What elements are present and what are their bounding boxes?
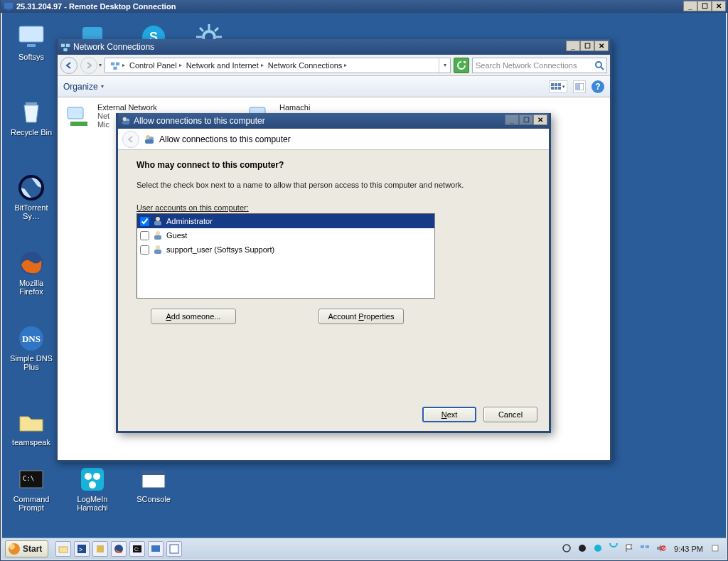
svg-point-13 xyxy=(93,473,100,480)
svg-rect-34 xyxy=(113,66,117,69)
svg-point-14 xyxy=(89,481,96,488)
refresh-button[interactable] xyxy=(454,58,469,73)
tray-end-icon[interactable] xyxy=(710,543,722,555)
user-row-administrator[interactable]: Administrator xyxy=(137,214,434,228)
crumb-network-connections[interactable]: Network Connections▸ xyxy=(266,61,350,70)
svg-rect-46 xyxy=(70,122,87,126)
allow-connections-wizard[interactable]: Allow connections to this computer _ ☐ ✕… xyxy=(116,113,551,433)
wiz-banner: Allow connections to this computer xyxy=(118,129,549,150)
start-orb-icon xyxy=(9,543,20,555)
desktop-icon-bittorrent-sync[interactable]: BitTorrent Sy… xyxy=(6,173,56,220)
wiz-titlebar[interactable]: Allow connections to this computer _ ☐ ✕ xyxy=(118,113,549,129)
tray-icon-1[interactable] xyxy=(562,543,573,555)
desktop-icon-sconsole[interactable]: SConsole xyxy=(129,465,178,503)
user-checkbox-support-user[interactable] xyxy=(140,245,149,255)
svg-rect-2 xyxy=(19,26,43,42)
svg-point-59 xyxy=(156,245,160,250)
svg-rect-42 xyxy=(558,87,561,90)
svg-rect-68 xyxy=(151,545,160,552)
crumb-icon[interactable]: ▸ xyxy=(108,60,127,70)
nav-history-dropdown[interactable]: ▾ xyxy=(99,62,102,68)
tray-icon-2[interactable] xyxy=(577,543,589,555)
nc-close-button[interactable]: ✕ xyxy=(594,41,609,51)
user-checkbox-guest[interactable] xyxy=(140,231,149,240)
tray-network-icon[interactable] xyxy=(640,543,651,555)
svg-point-71 xyxy=(579,545,586,552)
rdp-maximize-button[interactable]: ☐ xyxy=(697,1,712,11)
nc-navbar: ▾ ▸ Control Panel▸ Network and Internet▸… xyxy=(58,55,610,76)
tray-hamachi-icon[interactable] xyxy=(593,543,604,555)
rdp-close-button[interactable]: ✕ xyxy=(712,1,726,11)
desktop-icon-teamspeak[interactable]: teamspeak xyxy=(6,408,56,447)
taskbar-wizard-icon[interactable] xyxy=(166,541,182,557)
address-bar[interactable]: ▸ Control Panel▸ Network and Internet▸ N… xyxy=(105,58,451,73)
svg-rect-37 xyxy=(551,83,554,86)
taskbar-clock[interactable]: 9:43 PM xyxy=(674,545,703,553)
nc-maximize-button[interactable]: ☐ xyxy=(580,41,594,51)
recycle-bin-icon xyxy=(17,98,46,127)
next-button[interactable]: Next xyxy=(422,407,476,422)
user-row-guest[interactable]: Guest xyxy=(137,228,434,242)
user-accounts-list[interactable]: Administrator Guest support_user (Softsy… xyxy=(136,213,435,299)
crumb-control-panel[interactable]: Control Panel▸ xyxy=(127,61,184,70)
preview-pane-button[interactable] xyxy=(573,80,586,93)
taskbar-pinned: > C: xyxy=(55,541,182,557)
taskbar-rdp-icon[interactable] xyxy=(148,541,164,557)
tray-volume-muted-icon[interactable] xyxy=(655,543,667,555)
rdp-titlebar[interactable]: 25.31.204.97 - Remote Desktop Connection… xyxy=(1,0,727,13)
desktop-icon-firefox[interactable]: Mozilla Firefox xyxy=(6,249,56,296)
start-button[interactable]: Start xyxy=(5,540,48,557)
cancel-button[interactable]: Cancel xyxy=(483,407,537,422)
wiz-close-button[interactable]: ✕ xyxy=(533,114,547,125)
svg-rect-31 xyxy=(63,48,67,51)
system-tray[interactable]: 9:43 PM xyxy=(562,543,726,555)
desktop-icon-simple-dns[interactable]: DNS Simple DNS Plus xyxy=(6,324,56,371)
add-someone-button[interactable]: Add someone... xyxy=(151,309,236,324)
svg-point-5 xyxy=(20,176,43,199)
nc-minimize-button[interactable]: _ xyxy=(566,41,580,51)
crumb-network-internet[interactable]: Network and Internet▸ xyxy=(184,61,266,70)
wiz-banner-title: Allow connections to this computer xyxy=(159,134,291,144)
taskbar-server-icon[interactable] xyxy=(92,541,108,557)
nav-forward-button[interactable] xyxy=(80,57,97,74)
user-icon xyxy=(152,215,164,227)
rdp-minimize-button[interactable]: _ xyxy=(683,1,697,11)
monitor-icon xyxy=(17,23,46,51)
desktop-icon-cmd[interactable]: C:\ Command Prompt xyxy=(6,465,56,512)
wiz-back-button xyxy=(122,131,139,148)
svg-rect-58 xyxy=(154,235,161,240)
nc-toolbar: Organize▾ ▾ ? xyxy=(58,76,610,97)
address-dropdown-button[interactable]: ▾ xyxy=(439,58,450,73)
taskbar-explorer-icon[interactable] xyxy=(55,541,71,557)
organize-menu[interactable]: Organize▾ xyxy=(63,82,104,92)
taskbar-cmd-icon[interactable]: C: xyxy=(129,541,145,557)
view-mode-button[interactable]: ▾ xyxy=(549,80,567,93)
dns-icon: DNS xyxy=(17,324,46,353)
svg-rect-51 xyxy=(122,121,130,124)
window-icon xyxy=(139,465,168,493)
help-button[interactable]: ? xyxy=(592,80,604,93)
svg-rect-61 xyxy=(59,547,68,552)
svg-rect-30 xyxy=(66,44,70,47)
desktop-icon-softsys[interactable]: Softsys xyxy=(6,23,56,61)
taskbar[interactable]: Start > C: 9:43 PM xyxy=(2,538,726,559)
account-properties-button[interactable]: Account Properties xyxy=(318,309,404,324)
svg-rect-32 xyxy=(111,62,114,65)
taskbar-firefox-icon[interactable] xyxy=(111,541,127,557)
nav-back-button[interactable] xyxy=(60,57,77,74)
firefox-icon xyxy=(17,249,46,277)
remote-desktop[interactable]: Softsys Recycle Bin BitTorrent Sy… Mozil… xyxy=(2,13,726,559)
tray-sync-icon[interactable] xyxy=(609,543,620,555)
taskbar-powershell-icon[interactable]: > xyxy=(74,541,90,557)
user-row-support-user[interactable]: support_user (Softsys Support) xyxy=(137,242,434,257)
rdp-window: 25.31.204.97 - Remote Desktop Connection… xyxy=(0,0,728,561)
network-adapter-icon xyxy=(65,103,93,132)
user-icon xyxy=(152,244,164,255)
tray-flag-icon[interactable] xyxy=(624,543,636,555)
desktop-icon-hamachi[interactable]: LogMeIn Hamachi xyxy=(68,465,117,512)
svg-rect-56 xyxy=(154,221,161,225)
nc-titlebar[interactable]: Network Connections _ ☐ ✕ xyxy=(58,39,610,55)
user-checkbox-administrator[interactable] xyxy=(140,217,149,226)
nc-search-input[interactable]: Search Network Connections xyxy=(472,58,607,73)
desktop-icon-recycle-bin[interactable]: Recycle Bin xyxy=(6,98,56,137)
